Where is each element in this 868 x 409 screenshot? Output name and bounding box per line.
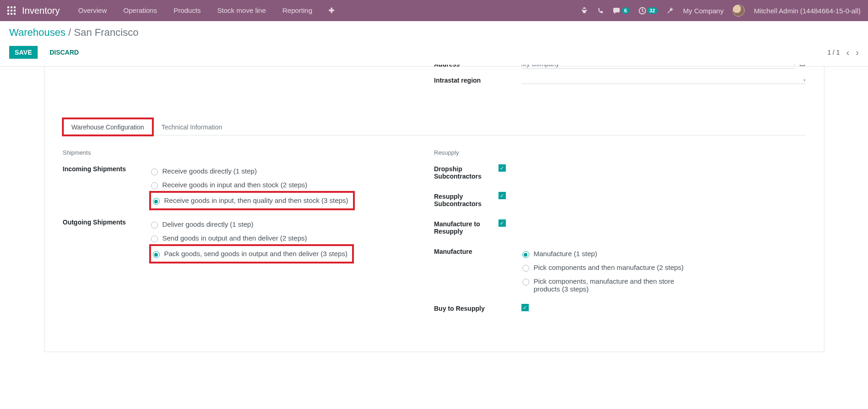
tabs: Warehouse Configuration Technical Inform… [63, 118, 806, 135]
bug-icon[interactable] [581, 7, 588, 14]
tools-icon[interactable] [666, 7, 674, 14]
incoming-shipments-label: Incoming Shipments [63, 164, 151, 209]
option-label: Pick components, manufacture and then st… [534, 277, 688, 293]
svg-rect-7 [11, 13, 12, 15]
buy-to-resupply-label: Buy to Resupply [434, 304, 521, 312]
outgoing-opt-3steps[interactable]: Pack goods, send goods in output and the… [153, 247, 347, 261]
activities-badge: 32 [647, 7, 657, 14]
save-button[interactable]: SAVE [9, 46, 38, 59]
menu-add[interactable]: ✚ [329, 6, 335, 15]
address-label: Address [434, 65, 521, 68]
radio-icon[interactable] [153, 251, 160, 258]
option-label: Deliver goods directly (1 step) [162, 220, 253, 228]
highlight-incoming-3steps: Receive goods in input, then quality and… [151, 193, 353, 208]
user-menu[interactable]: Mitchell Admin (14484664-15-0-all) [754, 7, 861, 15]
radio-icon[interactable] [151, 168, 158, 175]
activities-icon[interactable]: 32 [638, 7, 657, 15]
svg-rect-1 [11, 6, 12, 8]
app-brand[interactable]: Inventory [22, 6, 60, 16]
outgoing-shipments-label: Outgoing Shipments [63, 218, 151, 263]
tab-warehouse-configuration[interactable]: Warehouse Configuration [63, 118, 153, 135]
svg-rect-3 [7, 10, 9, 11]
intrastat-label: Intrastat region [434, 77, 521, 84]
pager-next[interactable]: › [856, 47, 859, 58]
manufacture-to-resupply-label: Manufacture to Resupply [434, 219, 498, 235]
pager-value[interactable]: 1 / 1 [827, 49, 840, 56]
manufacture-opt-2steps[interactable]: Pick components and then manufacture (2 … [522, 261, 806, 275]
radio-icon[interactable] [151, 235, 158, 242]
buy-to-resupply-checkbox[interactable] [521, 304, 529, 311]
apps-icon[interactable] [7, 6, 16, 15]
company-selector[interactable]: My Company [683, 7, 723, 15]
main-menu: Overview Operations Products Stock move … [78, 6, 335, 15]
svg-rect-6 [7, 13, 9, 15]
messaging-badge: 6 [622, 7, 629, 14]
option-label: Pack goods, send goods in output and the… [164, 250, 347, 258]
control-panel: Warehouses / San Francisco SAVE DISCARD … [0, 21, 868, 67]
manufacture-to-resupply-checkbox[interactable] [498, 219, 506, 227]
svg-rect-5 [14, 10, 16, 11]
option-label: Receive goods in input, then quality and… [164, 196, 348, 204]
radio-icon[interactable] [522, 265, 529, 272]
breadcrumb-current: San Francisco [74, 27, 139, 38]
pager-prev[interactable]: ‹ [846, 47, 850, 58]
menu-products[interactable]: Products [174, 6, 201, 15]
discard-button[interactable]: DISCARD [44, 46, 84, 59]
tab-technical-information[interactable]: Technical Information [153, 118, 231, 135]
option-label: Send goods in output and then deliver (2… [162, 234, 307, 242]
incoming-opt-3steps[interactable]: Receive goods in input, then quality and… [153, 194, 348, 207]
form-sheet: Address My Company ▾ Intrastat region [44, 67, 824, 352]
svg-rect-2 [14, 6, 16, 8]
radio-icon[interactable] [151, 222, 158, 229]
main-navbar: Inventory Overview Operations Products S… [0, 0, 868, 21]
incoming-opt-2steps[interactable]: Receive goods in input and then stock (2… [151, 178, 348, 192]
svg-rect-4 [11, 10, 12, 11]
messaging-icon[interactable]: 6 [613, 7, 629, 14]
address-value: My Company [521, 65, 559, 67]
menu-overview[interactable]: Overview [78, 6, 107, 15]
manufacture-label: Manufacture [434, 247, 522, 296]
highlight-outgoing-3steps: Pack goods, send goods in output and the… [151, 246, 352, 262]
radio-icon[interactable] [153, 198, 160, 205]
option-label: Receive goods in input and then stock (2… [162, 181, 308, 189]
radio-icon[interactable] [522, 279, 529, 286]
option-label: Pick components and then manufacture (2 … [534, 263, 684, 271]
breadcrumb-parent[interactable]: Warehouses [9, 27, 66, 38]
radio-icon[interactable] [151, 182, 158, 189]
menu-reporting[interactable]: Reporting [282, 6, 312, 15]
section-shipments: Shipments [63, 149, 434, 156]
radio-icon[interactable] [522, 251, 529, 258]
outgoing-opt-1step[interactable]: Deliver goods directly (1 step) [151, 218, 348, 231]
dropdown-caret-icon[interactable]: ▾ [803, 78, 806, 83]
avatar [733, 5, 745, 17]
dropship-subcontractors-checkbox[interactable] [498, 164, 506, 172]
svg-rect-8 [14, 13, 16, 15]
section-resupply: Resupply [434, 149, 806, 156]
svg-rect-0 [7, 6, 9, 8]
option-label: Manufacture (1 step) [534, 250, 597, 258]
resupply-subcontractors-checkbox[interactable] [498, 192, 506, 199]
systray: 6 32 My Company Mitchell Admin (14484664… [581, 5, 861, 17]
address-input[interactable]: My Company ▾ [521, 65, 795, 69]
intrastat-input[interactable]: ▾ [521, 77, 806, 84]
option-label: Receive goods directly (1 step) [162, 167, 257, 175]
outgoing-opt-2steps[interactable]: Send goods in output and then deliver (2… [151, 231, 348, 245]
dropdown-caret-icon[interactable]: ▾ [793, 65, 795, 67]
menu-stock-move-line[interactable]: Stock move line [217, 6, 266, 15]
incoming-opt-1step[interactable]: Receive goods directly (1 step) [151, 164, 348, 178]
phone-icon[interactable] [597, 7, 604, 14]
manufacture-opt-1step[interactable]: Manufacture (1 step) [522, 247, 806, 261]
external-link-icon[interactable] [799, 65, 806, 68]
dropship-subcontractors-label: Dropship Subcontractors [434, 164, 498, 180]
manufacture-opt-3steps[interactable]: Pick components, manufacture and then st… [522, 275, 688, 296]
menu-operations[interactable]: Operations [123, 6, 157, 15]
breadcrumb: Warehouses / San Francisco [9, 27, 859, 39]
resupply-subcontractors-label: Resupply Subcontractors [434, 192, 498, 207]
